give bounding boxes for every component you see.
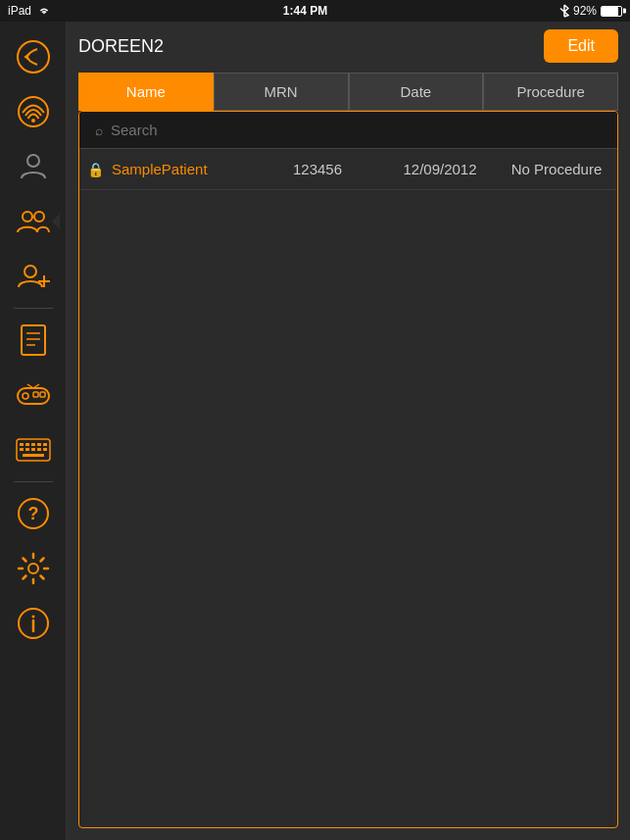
sidebar-item-back[interactable] [8,31,59,82]
sidebar-item-settings[interactable] [8,543,59,594]
tab-mrn[interactable]: MRN [214,73,349,111]
patient-table: ⌕ 🔒 SamplePatient 123456 12/09/2012 No P… [78,111,618,828]
info-icon [17,607,50,640]
main-content: DOREEN2 Edit Name MRN Date Procedure ⌕ [67,22,630,840]
svg-rect-19 [25,443,29,446]
patient-date: 12/09/2012 [376,161,504,177]
patient-procedure: No Procedure [504,161,609,177]
sidebar-item-keyboard[interactable] [8,424,59,475]
search-bar: ⌕ [79,112,617,149]
sidebar-item-user[interactable] [8,141,59,192]
svg-point-6 [24,266,36,277]
app-body: ? DOREEN2 Edit [0,22,630,840]
battery-icon [601,6,622,17]
sidebar-item-info[interactable] [8,598,59,649]
sidebar-item-help[interactable]: ? [8,488,59,539]
svg-rect-23 [20,448,24,451]
svg-rect-20 [31,443,35,446]
sidebar-item-wifi[interactable] [8,86,59,137]
user-icon [18,151,49,182]
tab-bar: Name MRN Date Procedure [78,73,618,111]
svg-point-4 [23,212,32,222]
bluetooth-icon [559,4,569,18]
header: DOREEN2 Edit [78,29,618,63]
svg-rect-21 [37,443,41,446]
sidebar-divider-2 [14,481,53,482]
battery-fill [602,7,618,16]
gear-icon [17,552,50,585]
carrier-label: iPad [8,4,31,18]
signal-icon [17,95,50,128]
svg-point-2 [31,119,35,123]
patient-mrn: 123456 [259,161,376,177]
wifi-status-icon [37,6,51,16]
svg-point-31 [28,564,38,573]
group-icon [16,207,51,236]
patient-name: SamplePatient [112,161,259,177]
svg-point-14 [23,393,28,399]
status-left: iPad [8,4,51,18]
help-icon: ? [17,497,50,530]
back-icon [16,39,51,74]
sidebar-item-group[interactable] [8,196,59,247]
tab-date[interactable]: Date [349,73,484,111]
svg-point-0 [18,41,49,73]
sidebar-item-add-user[interactable] [8,251,59,302]
sidebar-divider-1 [14,308,53,309]
lock-icon: 🔒 [87,162,104,177]
svg-rect-24 [25,448,29,451]
sidebar-item-notes[interactable] [8,315,59,366]
sidebar-item-scanner[interactable] [8,370,59,420]
svg-rect-28 [23,454,44,457]
table-row[interactable]: 🔒 SamplePatient 123456 12/09/2012 No Pro… [79,149,617,190]
notes-icon [20,323,47,357]
svg-rect-16 [40,392,45,397]
search-icon: ⌕ [95,123,103,138]
svg-rect-27 [43,448,47,451]
status-right: 92% [559,4,622,18]
svg-rect-15 [33,392,38,397]
tab-name[interactable]: Name [78,73,214,111]
svg-rect-18 [20,443,24,446]
svg-rect-22 [43,443,47,446]
svg-rect-26 [37,448,41,451]
svg-point-3 [27,155,39,167]
battery-percent: 92% [573,4,597,18]
svg-rect-9 [22,325,45,355]
search-input[interactable] [111,122,602,138]
svg-text:?: ? [27,504,38,523]
scanner-icon [16,382,51,408]
page-title: DOREEN2 [78,36,164,57]
svg-point-33 [31,616,34,618]
svg-rect-25 [31,448,35,451]
keyboard-icon [16,438,51,462]
tab-procedure[interactable]: Procedure [483,73,618,111]
sidebar: ? [0,22,67,840]
status-bar: iPad 1:44 PM 92% [0,0,630,22]
time-label: 1:44 PM [283,4,327,18]
svg-point-5 [34,212,44,222]
edit-button[interactable]: Edit [544,29,618,63]
add-user-icon [17,260,50,293]
